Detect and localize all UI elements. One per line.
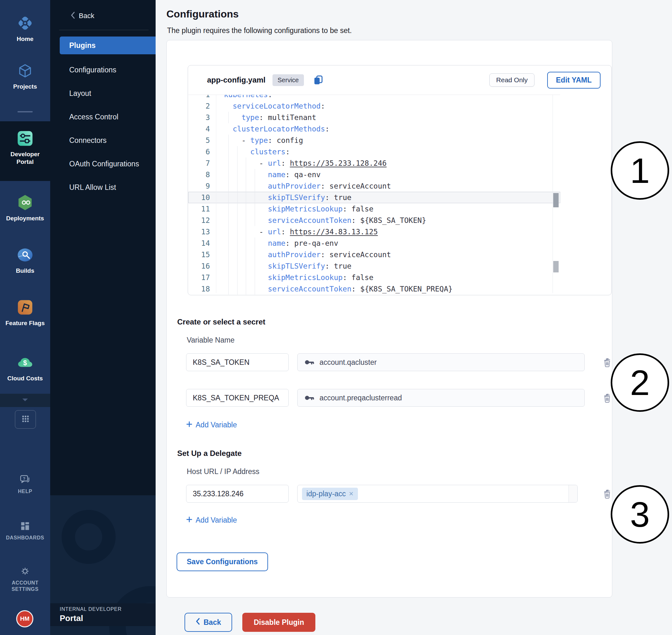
yaml-line-1: 1kubernetes: (188, 95, 560, 100)
yaml-editor-header: app-config.yaml Service Read Only Edit Y… (188, 65, 611, 95)
secret-value: account.qacluster (320, 358, 377, 367)
sidebar-item-label: Deployments (6, 215, 44, 222)
save-configurations-button[interactable]: Save Configurations (177, 552, 268, 571)
dashboards-icon (19, 520, 31, 532)
builds-icon (16, 246, 34, 264)
read-only-badge: Read Only (490, 73, 534, 87)
decorative-donut (62, 510, 115, 564)
svg-text:?: ? (23, 476, 25, 481)
sidebar-item-help[interactable]: ? HELP (0, 474, 50, 495)
screen: Home Projects Developer Portal Deploymen… (0, 0, 672, 635)
menu-item-access-control[interactable]: Access Control (50, 105, 156, 129)
product-branding: INTERNAL DEVELOPER Portal (50, 603, 156, 626)
annotation-circle-2: 2 (611, 353, 669, 412)
chevron-left-icon (196, 618, 200, 627)
key-icon (304, 392, 315, 403)
delete-row-icon[interactable] (603, 488, 612, 499)
sidebar-item-label: Builds (16, 267, 34, 275)
help-icon: ? (19, 474, 31, 486)
product-title: Portal (60, 613, 156, 623)
sidebar-item-label: Home (17, 35, 34, 43)
back-button[interactable]: Back (185, 613, 232, 632)
main-content: Configurations The plugin requires the f… (156, 0, 672, 635)
delete-row-icon[interactable] (603, 357, 612, 368)
back-nav[interactable]: Back (50, 0, 156, 20)
footer-actions: Back Disable Plugin (185, 613, 672, 632)
yaml-line-15: 15 authProvider: serviceAccount (188, 249, 560, 260)
delegate-tag-chip: idp-play-acc × (302, 488, 358, 500)
avatar[interactable]: HM (16, 610, 33, 627)
gear-icon (19, 565, 31, 577)
page-title: Configurations (167, 8, 672, 20)
configurations-card: app-config.yaml Service Read Only Edit Y… (167, 40, 612, 597)
sidebar-item-feature-flags[interactable]: Feature Flags (0, 299, 50, 327)
yaml-line-6: 6 clusters: (188, 146, 560, 157)
variable-name-label: Variable Name (187, 336, 612, 345)
menu-item-connectors[interactable]: Connectors (50, 129, 156, 152)
secret-variable-row: account.preqaclusterread (186, 389, 612, 407)
annotation-circle-3: 3 (611, 485, 669, 544)
menu-item-oauth-configurations[interactable]: OAuth Configurations (50, 152, 156, 176)
yaml-line-17: 17 skipMetricsLookup: false (188, 272, 560, 283)
sidebar-item-account-settings[interactable]: ACCOUNT SETTINGS (0, 565, 50, 592)
svg-text:$: $ (23, 359, 27, 367)
delegate-section-heading: Set Up a Delegate (177, 449, 612, 458)
disable-plugin-button[interactable]: Disable Plugin (242, 613, 316, 632)
menu-item-configurations[interactable]: Configurations (50, 58, 156, 82)
secret-value: account.preqaclusterread (320, 394, 402, 402)
deployments-icon (16, 194, 34, 212)
back-nav-label: Back (79, 12, 94, 20)
sidebar-item-label: Cloud Costs (7, 375, 43, 382)
apps-grid-icon (21, 415, 29, 424)
copy-icon[interactable] (312, 74, 324, 86)
scrollbar-thumb-2[interactable] (553, 261, 559, 272)
yaml-line-11: 11 skipMetricsLookup: false (188, 203, 560, 215)
plus-icon (186, 421, 192, 429)
host-url-input-0[interactable] (186, 485, 289, 503)
remove-tag-icon[interactable]: × (349, 490, 353, 498)
sidebar-item-developer-portal-active[interactable]: Developer Portal (0, 130, 50, 166)
modules-collapse-chevron[interactable] (0, 394, 50, 407)
delete-row-icon[interactable] (603, 392, 612, 403)
yaml-line-12: 12 serviceAccountToken: ${K8S_SA_TOKEN} (188, 215, 560, 226)
menu-item-plugins[interactable]: Plugins (60, 37, 156, 54)
edit-yaml-button[interactable]: Edit YAML (547, 72, 601, 89)
tag-input-end-segment (568, 485, 577, 502)
sidebar-item-cloud-costs[interactable]: $ Cloud Costs (0, 354, 50, 382)
yaml-editor-card: app-config.yaml Service Read Only Edit Y… (188, 65, 612, 295)
delegate-tags-input[interactable]: idp-play-acc × (297, 485, 578, 503)
sidebar-item-dashboards[interactable]: DASHBOARDS (0, 520, 50, 541)
service-badge: Service (273, 74, 304, 86)
secret-select-0[interactable]: account.qacluster (297, 353, 585, 371)
dev-portal-icon (16, 130, 34, 147)
yaml-line-5: 5 - type: config (188, 135, 560, 146)
menu-divider (59, 30, 149, 30)
add-variable-button-delegate[interactable]: Add Variable (186, 516, 237, 525)
menu-item-layout[interactable]: Layout (50, 82, 156, 105)
variable-name-input-1[interactable] (186, 389, 289, 407)
sidebar-item-builds[interactable]: Builds (0, 246, 50, 275)
scrollbar-thumb[interactable] (553, 193, 559, 207)
secret-select-1[interactable]: account.preqaclusterread (297, 389, 585, 407)
sidebar-item-label: Developer Portal (5, 151, 45, 166)
host-url-label: Host URL / IP Address (187, 467, 612, 476)
feature-flags-icon (16, 299, 34, 316)
secrets-section-heading: Create or select a secret (177, 318, 612, 326)
variable-name-input-0[interactable] (186, 353, 289, 371)
yaml-line-13: 13 - url: https://34.83.13.125 (188, 226, 560, 238)
sidebar-item-projects[interactable]: Projects (0, 62, 50, 90)
yaml-line-8: 8 name: qa-env (188, 169, 560, 180)
sidebar-item-label: DASHBOARDS (6, 535, 44, 541)
add-variable-button-secrets[interactable]: Add Variable (186, 421, 237, 429)
sidebar-item-deployments[interactable]: Deployments (0, 194, 50, 222)
chevron-down-icon (22, 397, 28, 403)
sidebar-item-home[interactable]: Home (0, 14, 50, 43)
scrollbar-track (552, 95, 553, 293)
cloud-costs-icon: $ (17, 354, 34, 371)
yaml-line-16: 16 skipTLSVerify: true (188, 260, 560, 272)
menu-item-url-allow-list[interactable]: URL Allow List (50, 176, 156, 199)
yaml-line-2: 2 serviceLocatorMethod: (188, 100, 560, 112)
sidebar-item-label: Feature Flags (5, 320, 45, 327)
plus-icon (186, 516, 192, 525)
all-modules-button[interactable] (15, 410, 36, 429)
